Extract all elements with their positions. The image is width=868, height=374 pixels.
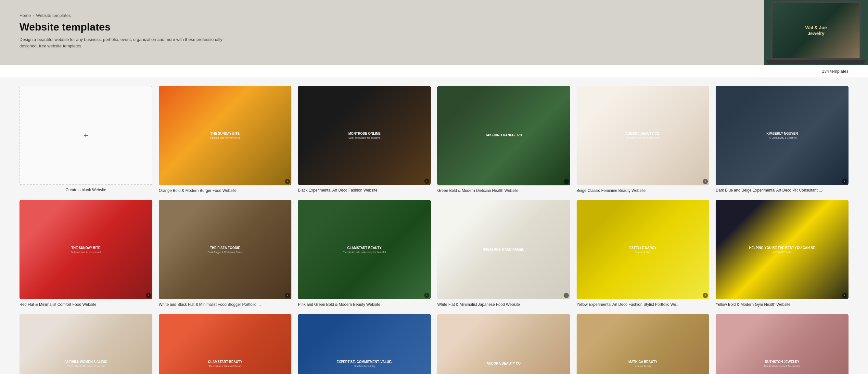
info-icon[interactable]: i xyxy=(564,179,569,184)
template-grid: + Create a blank Website THE SUNDAY BITE… xyxy=(20,86,848,374)
thumb-title: Mathica Beauty xyxy=(628,360,657,364)
thumb-inner: KIMBERLY NGUYEN PR Consultancy & Coachin… xyxy=(716,86,848,185)
card-thumbnail: AUDORA BEAUTY CO. One-stop health and be… xyxy=(577,86,710,185)
thumb-title: AUDORA BEAUTY CO. xyxy=(625,132,660,136)
thumb-title: Montrode Online xyxy=(348,132,380,136)
thumb-title: EXPERTISE. COMMITMENT. VALUE. xyxy=(337,360,392,364)
template-card[interactable]: KIMBERLY NGUYEN PR Consultancy & Coachin… xyxy=(716,86,848,193)
template-card[interactable]: Montrode Online Quick and hassle-free sh… xyxy=(298,86,431,193)
thumb-subtitle: One-stop health and beauty shop xyxy=(626,137,660,139)
template-card[interactable]: THE FIAZA FOODIE Food Blogger & Restaura… xyxy=(159,200,292,307)
info-icon[interactable]: i xyxy=(424,293,430,298)
thumb-subtitle: Fashion & Style xyxy=(635,251,651,253)
card-thumbnail: Fairhill Women's Clinic Your trusted hea… xyxy=(20,314,152,374)
card-thumbnail: HELPING YOU BE THE BEST YOU CAN BE ASTRA… xyxy=(716,200,848,299)
template-card[interactable]: Fairhill Women's Clinic Your trusted hea… xyxy=(20,314,152,374)
thumb-title: HELPING YOU BE THE BEST YOU CAN BE xyxy=(749,246,815,250)
card-label: Yellow Bold & Modern Gym Health Website xyxy=(716,302,848,307)
template-card[interactable]: TAKEHIRO KANEGI, RD i Green Bold & Moder… xyxy=(437,86,570,193)
thumb-subtitle: Inclusive Beauty xyxy=(635,365,651,367)
info-icon[interactable]: i xyxy=(424,178,430,184)
card-thumbnail: KIMBERLY NGUYEN PR Consultancy & Coachin… xyxy=(716,86,848,185)
thumb-title: Ikigai Sushi and Ramen xyxy=(483,248,524,251)
thumb-inner: Ruthston Jewelry Handcrafted Jewelry & A… xyxy=(716,314,848,374)
template-card[interactable]: Ruthston Jewelry Handcrafted Jewelry & A… xyxy=(716,314,848,374)
card-thumbnail: AUDORA BEAUTY CO i xyxy=(437,314,570,374)
template-card[interactable]: AUDORA BEAUTY CO i Umber Experimental Ar… xyxy=(437,314,570,374)
thumb-inner: AUDORA BEAUTY CO i xyxy=(437,314,570,374)
thumb-subtitle: Delicious food for every mood xyxy=(71,251,101,253)
info-icon[interactable]: i xyxy=(842,293,847,298)
create-blank-label: Create a blank Website xyxy=(20,188,152,192)
info-icon[interactable]: i xyxy=(285,179,290,184)
template-grid-container: + Create a blank Website THE SUNDAY BITE… xyxy=(0,78,868,374)
template-card[interactable]: HELPING YOU BE THE BEST YOU CAN BE ASTRA… xyxy=(716,200,848,307)
card-label: White and Black Flat & Minimalist Food B… xyxy=(159,302,292,307)
card-label: White Flat & Minimalist Japanese Food We… xyxy=(437,302,570,307)
breadcrumb-current: Website templates xyxy=(36,13,71,18)
thumb-inner: THE FIAZA FOODIE Food Blogger & Restaura… xyxy=(159,200,292,299)
card-thumbnail: THE FIAZA FOODIE Food Blogger & Restaura… xyxy=(159,200,292,299)
card-thumbnail: GLAMSTART BEAUTY The mission is to make … xyxy=(298,200,431,299)
template-card[interactable]: Estelle Darcy Fashion & Style i Yellow E… xyxy=(577,200,710,307)
thumb-subtitle: ASTRAEUS GYM xyxy=(773,251,791,253)
thumb-inner: Mathica Beauty Inclusive Beauty i xyxy=(577,314,710,374)
card-thumbnail: The Sunday Bite Delicious food for every… xyxy=(20,200,152,299)
info-icon[interactable]: i xyxy=(146,293,151,298)
create-blank-card[interactable]: + Create a blank Website xyxy=(20,86,152,193)
thumb-title: GLAMSTART BEAUTY xyxy=(347,246,382,250)
breadcrumb: Home › Website templates xyxy=(20,13,848,18)
thumb-title: TAKEHIRO KANEGI, RD xyxy=(485,133,522,137)
thumb-title: THE FIAZA FOODIE xyxy=(210,246,240,250)
thumb-title: KIMBERLY NGUYEN xyxy=(766,132,798,136)
laptop-base xyxy=(767,60,865,64)
template-card[interactable]: The Sunday Bite Delicious food for every… xyxy=(20,200,152,307)
thumb-inner: TAKEHIRO KANEGI, RD i xyxy=(437,86,570,185)
thumb-title: AUDORA BEAUTY CO xyxy=(487,362,521,366)
thumb-inner: HELPING YOU BE THE BEST YOU CAN BE ASTRA… xyxy=(716,200,848,299)
card-label: Red Flat & Minimalist Comfort Food Websi… xyxy=(20,302,152,307)
card-thumbnail: THE SUNDAY BITE Delicious food for every… xyxy=(159,86,292,185)
thumb-inner: Fairhill Women's Clinic Your trusted hea… xyxy=(20,314,152,374)
thumb-subtitle: The mission is to make everyone beautifu… xyxy=(343,251,385,253)
thumb-subtitle: PR Consultancy & Coaching xyxy=(768,137,796,139)
breadcrumb-home[interactable]: Home xyxy=(20,13,31,18)
card-thumbnail: Glamstart Beauty The mission of Glamstar… xyxy=(159,314,292,374)
info-icon[interactable]: i xyxy=(842,178,847,184)
template-card[interactable]: Mathica Beauty Inclusive Beauty i Pink a… xyxy=(577,314,710,374)
info-icon[interactable]: i xyxy=(703,179,708,184)
template-card[interactable]: GLAMSTART BEAUTY The mission is to make … xyxy=(298,200,431,307)
template-card[interactable]: AUDORA BEAUTY CO. One-stop health and be… xyxy=(577,86,710,193)
template-card[interactable]: THE SUNDAY BITE Delicious food for every… xyxy=(159,86,292,193)
card-thumbnail: Ikigai Sushi and Ramen i xyxy=(437,200,570,299)
thumb-title: Ruthston Jewelry xyxy=(765,360,800,364)
thumb-inner: GLAMSTART BEAUTY The mission is to make … xyxy=(298,200,431,299)
template-card[interactable]: Ikigai Sushi and Ramen i White Flat & Mi… xyxy=(437,200,570,307)
card-thumbnail: Montrode Online Quick and hassle-free sh… xyxy=(298,86,431,185)
thumb-inner: Ikigai Sushi and Ramen i xyxy=(437,200,570,299)
template-card[interactable]: EXPERTISE. COMMITMENT. VALUE. Straefson … xyxy=(298,314,431,374)
create-blank-thumb[interactable]: + xyxy=(20,86,152,185)
hero-content: Home › Website templates Website templat… xyxy=(20,13,848,49)
card-label: Green Bold & Modern Dietician Health Web… xyxy=(437,188,570,194)
template-card[interactable]: Glamstart Beauty The mission of Glamstar… xyxy=(159,314,292,374)
card-label: Orange Bold & Modern Burger Food Website xyxy=(159,188,292,194)
thumb-inner: AUDORA BEAUTY CO. One-stop health and be… xyxy=(577,86,710,185)
page-title: Website templates xyxy=(20,21,848,33)
thumb-subtitle: Your trusted health center for women xyxy=(67,365,104,367)
info-icon[interactable]: i xyxy=(285,293,290,298)
plus-icon: + xyxy=(84,131,88,140)
thumb-title: THE SUNDAY BITE xyxy=(211,132,240,136)
card-thumbnail: TAKEHIRO KANEGI, RD i xyxy=(437,86,570,185)
thumb-subtitle: Quick and hassle-free shopping xyxy=(348,137,380,139)
thumb-subtitle: Delicious food for every mood xyxy=(210,137,240,139)
card-thumbnail: EXPERTISE. COMMITMENT. VALUE. Straefson … xyxy=(298,314,431,374)
card-label: Dark Blue and Beige Experimental Art Dec… xyxy=(716,188,848,193)
info-icon[interactable]: i xyxy=(564,293,569,298)
toolbar: 134 templates xyxy=(0,65,868,78)
card-thumbnail: Mathica Beauty Inclusive Beauty i xyxy=(577,314,710,374)
info-icon[interactable]: i xyxy=(703,293,708,298)
card-label: Black Experimental Art Deco Fashion Webs… xyxy=(298,188,431,193)
card-thumbnail: Estelle Darcy Fashion & Style i xyxy=(577,200,710,299)
thumb-inner: Estelle Darcy Fashion & Style i xyxy=(577,200,710,299)
